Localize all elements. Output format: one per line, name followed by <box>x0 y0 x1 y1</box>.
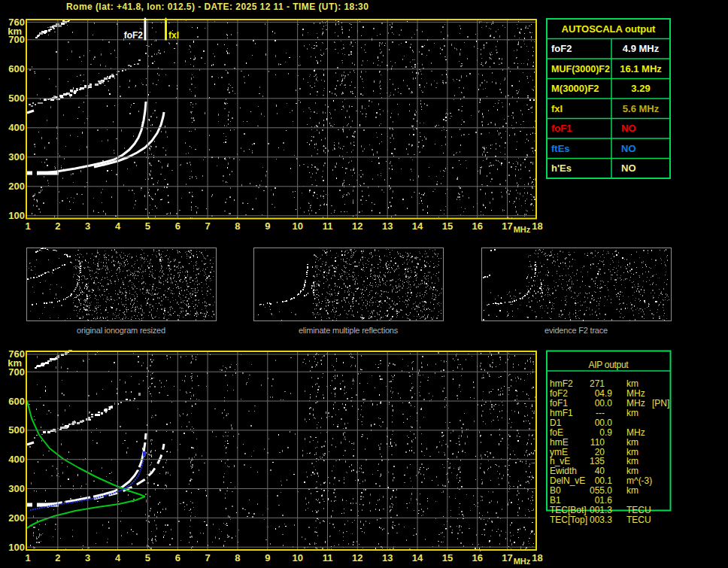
svg-text:km: km <box>626 485 639 496</box>
svg-text:4: 4 <box>115 552 121 563</box>
svg-text:7: 7 <box>205 220 210 232</box>
svg-text:NO: NO <box>621 163 636 174</box>
svg-text:original ionogram resized: original ionogram resized <box>77 326 165 335</box>
svg-text:600: 600 <box>8 63 25 74</box>
svg-text:100: 100 <box>8 210 25 221</box>
svg-text:300: 300 <box>8 151 25 163</box>
svg-text:12: 12 <box>352 220 362 232</box>
svg-text:271: 271 <box>590 378 605 389</box>
svg-text:6: 6 <box>175 220 180 232</box>
svg-text:foF1: foF1 <box>551 123 572 134</box>
svg-text:TEC[Top]: TEC[Top] <box>550 515 587 525</box>
svg-text:5: 5 <box>145 220 150 232</box>
svg-text:40: 40 <box>595 466 605 476</box>
svg-text:km: km <box>626 447 639 457</box>
svg-text:ftEs: ftEs <box>551 143 570 154</box>
svg-text:B1: B1 <box>550 495 561 506</box>
svg-text:TECU: TECU <box>626 515 651 525</box>
svg-text:4: 4 <box>115 220 121 232</box>
svg-text:Ewidth: Ewidth <box>550 466 577 476</box>
svg-text:m^(-3): m^(-3) <box>626 475 652 486</box>
svg-text:700: 700 <box>8 34 25 45</box>
svg-text:MHz: MHz <box>626 398 645 409</box>
svg-text:3: 3 <box>85 552 90 563</box>
svg-text:2: 2 <box>55 220 60 232</box>
svg-text:16: 16 <box>472 552 483 563</box>
svg-text:Rome (lat: +41.8, lon: 012.5): Rome (lat: +41.8, lon: 012.5) - DATE: 20… <box>66 2 369 12</box>
svg-text:1: 1 <box>25 552 30 563</box>
svg-text:[PN]: [PN] <box>652 398 669 409</box>
svg-text:00.1: 00.1 <box>595 475 613 486</box>
svg-text:fxI: fxI <box>551 103 563 114</box>
svg-text:km: km <box>626 378 639 389</box>
svg-text:13: 13 <box>382 220 393 232</box>
svg-text:2: 2 <box>55 552 60 563</box>
svg-text:5: 5 <box>145 552 150 563</box>
svg-text:17: 17 <box>502 552 512 563</box>
svg-text:00.0: 00.0 <box>595 398 613 409</box>
svg-text:km: km <box>626 456 639 466</box>
svg-text:18: 18 <box>532 552 542 563</box>
svg-text:7: 7 <box>205 552 210 563</box>
svg-text:400: 400 <box>8 454 25 465</box>
svg-text:foF2: foF2 <box>124 30 144 41</box>
svg-text:AUTOSCALA output: AUTOSCALA output <box>562 23 657 35</box>
svg-text:DelN_vE: DelN_vE <box>550 475 585 486</box>
svg-text:evidence F2 trace: evidence F2 trace <box>544 326 608 335</box>
svg-text:700: 700 <box>8 366 25 378</box>
svg-text:200: 200 <box>8 181 25 192</box>
svg-text:M(3000)F2: M(3000)F2 <box>551 83 599 94</box>
svg-text:6: 6 <box>175 552 180 563</box>
svg-text:NO: NO <box>621 143 636 154</box>
svg-text:TECU: TECU <box>626 505 651 515</box>
svg-text:400: 400 <box>8 122 25 133</box>
svg-text:11: 11 <box>323 552 333 563</box>
svg-text:foE: foE <box>550 427 563 438</box>
svg-text:055.0: 055.0 <box>590 485 612 496</box>
svg-text:MHz: MHz <box>514 225 531 234</box>
svg-text:01.6: 01.6 <box>595 495 613 506</box>
svg-text:---: --- <box>596 408 605 418</box>
svg-text:5.6 MHz: 5.6 MHz <box>623 103 660 114</box>
svg-text:foF1: foF1 <box>550 398 568 409</box>
svg-text:100: 100 <box>8 542 25 553</box>
svg-text:14: 14 <box>412 220 423 232</box>
svg-text:16.1 MHz: 16.1 MHz <box>620 63 662 74</box>
svg-text:135: 135 <box>590 456 605 466</box>
svg-text:NO: NO <box>621 123 636 134</box>
svg-text:h_vE: h_vE <box>550 456 570 466</box>
svg-text:MUF(3000)F2: MUF(3000)F2 <box>551 63 610 74</box>
svg-text:D1: D1 <box>550 418 562 428</box>
svg-text:3.29: 3.29 <box>631 83 650 94</box>
svg-text:15: 15 <box>442 552 453 563</box>
svg-text:300: 300 <box>8 483 25 494</box>
svg-text:1: 1 <box>25 220 30 232</box>
svg-text:04.9: 04.9 <box>595 388 613 399</box>
svg-text:12: 12 <box>352 552 362 563</box>
svg-text:18: 18 <box>532 220 542 232</box>
svg-text:600: 600 <box>8 396 25 407</box>
svg-text:500: 500 <box>8 93 25 104</box>
svg-text:MHz: MHz <box>626 427 645 438</box>
svg-text:MHz: MHz <box>514 557 531 566</box>
svg-text:AIP output: AIP output <box>589 360 629 370</box>
svg-text:14: 14 <box>412 552 423 563</box>
svg-text:15: 15 <box>442 220 453 232</box>
svg-text:110: 110 <box>590 437 605 448</box>
svg-text:200: 200 <box>8 512 25 524</box>
svg-text:km: km <box>626 408 639 418</box>
svg-text:8: 8 <box>235 220 240 232</box>
svg-text:500: 500 <box>8 424 25 436</box>
svg-text:km: km <box>626 466 639 476</box>
svg-text:foF2: foF2 <box>550 388 568 399</box>
svg-text:003.3: 003.3 <box>590 515 612 525</box>
svg-text:TEC[Bot]: TEC[Bot] <box>550 505 587 515</box>
svg-text:00.0: 00.0 <box>595 418 613 428</box>
svg-text:hmF2: hmF2 <box>550 378 573 389</box>
svg-text:foF2: foF2 <box>551 43 572 54</box>
svg-text:10: 10 <box>292 220 302 232</box>
svg-text:0.9: 0.9 <box>599 427 612 438</box>
svg-text:eliminate multiple reflections: eliminate multiple reflections <box>299 326 399 335</box>
svg-text:8: 8 <box>235 552 240 563</box>
svg-text:4.9 MHz: 4.9 MHz <box>623 43 660 54</box>
